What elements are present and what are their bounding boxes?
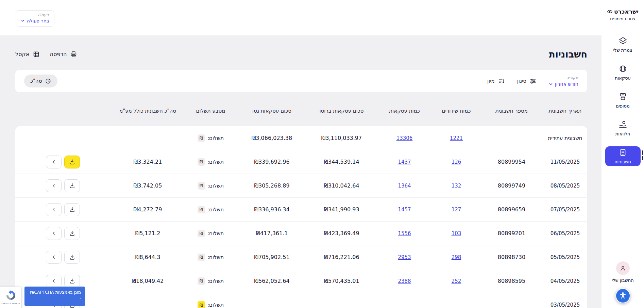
expand-row-button[interactable]	[46, 251, 62, 264]
expand-row-button[interactable]	[46, 156, 62, 168]
printer-icon	[70, 51, 77, 58]
sidebar-item-invoices[interactable]: חשבוניות	[605, 146, 641, 166]
total-incl-vat: ₪3,742.05	[111, 182, 184, 189]
period-value: חודש אחרון	[555, 81, 578, 87]
payment-label: תשלום:	[207, 183, 224, 189]
transmissions-count-link[interactable]: 132	[452, 183, 461, 189]
payment-label: תשלום:	[207, 278, 224, 284]
net-amount: ₪705,902.51	[237, 254, 307, 260]
isracard-logo-icon	[607, 9, 613, 15]
loan-icon	[618, 120, 627, 129]
chevron-left-icon	[51, 230, 57, 237]
invoice-number: 80899659	[480, 206, 543, 213]
payment-currency: תשלום: ₪	[184, 158, 237, 166]
shekel-currency-icon: ₪	[198, 301, 205, 308]
sidebar-item-my-tsameret[interactable]: צמרת שלי	[605, 31, 641, 59]
transactions-count-link[interactable]: 1437	[398, 159, 411, 165]
accessibility-icon	[618, 291, 627, 300]
table-toolbar: תקופה חודש אחרון סינון	[15, 70, 587, 92]
transmissions-count-link[interactable]: 1221	[450, 135, 463, 141]
export-group: הדפסה אקסל	[15, 51, 77, 58]
shekel-currency-icon: ₪	[198, 254, 205, 261]
pie-chart-icon	[45, 78, 51, 84]
invoice-date: חשבונית עתידית	[543, 135, 587, 141]
avatar[interactable]	[616, 261, 630, 275]
filter-label: סינון	[517, 78, 526, 84]
table-row: 07/05/2025 80899659 127 1457 ₪341,990.93…	[15, 198, 587, 222]
accessibility-button[interactable]	[615, 288, 630, 303]
recaptcha-tooltip-line2: -	[29, 296, 81, 302]
gross-amount: ₪310,042.64	[307, 182, 376, 189]
recaptcha-widget: פרטיות • תנאים מוגן באמצעות reCAPTCHA -	[0, 287, 85, 308]
table-row: 06/05/2025 80899201 103 1556 ₪423,369.49…	[15, 222, 587, 245]
download-invoice-button[interactable]	[64, 156, 80, 168]
action-select[interactable]: פעולה בחר פעולה	[16, 10, 54, 27]
transactions-count-link[interactable]: 2953	[398, 254, 411, 260]
transactions-count-link[interactable]: 1556	[398, 230, 411, 237]
sidebar-item-transactions[interactable]: עסקאות	[605, 59, 641, 86]
payment-currency: תשלום: ₪	[184, 206, 237, 213]
transmissions-count-link[interactable]: 252	[452, 278, 461, 284]
transmissions-count-link[interactable]: 127	[452, 207, 461, 213]
payment-label: תשלום:	[207, 254, 224, 260]
recaptcha-links[interactable]: פרטיות • תנאים	[1, 302, 20, 305]
gross-amount: ₪423,369.49	[307, 230, 376, 237]
download-invoice-button[interactable]	[64, 179, 80, 192]
main-area: פעולה בחר פעולה חשבוניות הדפסה	[0, 0, 601, 308]
sort-button[interactable]: מיון	[487, 78, 505, 85]
transactions-count-link[interactable]: 1457	[398, 207, 411, 213]
payment-currency: תשלום: ₪	[184, 182, 237, 190]
table-row: חשבונית עתידית 1221 13306 ₪3,110,033.97 …	[15, 126, 587, 150]
chevron-left-icon	[51, 278, 57, 284]
download-invoice-button[interactable]	[64, 275, 80, 288]
download-invoice-button[interactable]	[64, 227, 80, 240]
excel-button[interactable]: אקסל	[15, 51, 40, 58]
payment-currency: תשלום: ₪	[184, 134, 237, 142]
transmissions-count-link[interactable]: 103	[452, 230, 461, 237]
invoice-date: 08/05/2025	[543, 183, 587, 189]
total-incl-vat: ₪8,644.3	[111, 254, 184, 260]
payment-currency: תשלום: ₪	[184, 277, 237, 285]
sidebar-item-loans[interactable]: הלוואות	[605, 114, 641, 142]
invoice-date: 06/05/2025	[543, 230, 587, 237]
chevron-left-icon	[51, 182, 57, 189]
transmissions-count-link[interactable]: 126	[452, 159, 461, 165]
net-amount: ₪305,268.89	[237, 182, 307, 189]
period-label: תקופה	[549, 76, 578, 80]
expand-row-button[interactable]	[46, 203, 62, 216]
download-icon	[69, 254, 75, 260]
print-button[interactable]: הדפסה	[50, 51, 77, 58]
gross-amount: ₪570,435.01	[307, 278, 376, 284]
payment-label: תשלום:	[207, 135, 224, 141]
terminal-icon	[618, 92, 627, 101]
page-title: חשבוניות	[549, 49, 587, 60]
topbar: פעולה בחר פעולה	[0, 0, 601, 35]
transactions-count-link[interactable]: 13306	[396, 135, 413, 141]
transmissions-count-link[interactable]: 298	[452, 254, 461, 260]
payment-label: תשלום:	[207, 230, 224, 237]
expand-row-button[interactable]	[46, 227, 62, 240]
total-incl-vat: ₪3,324.21	[111, 159, 184, 165]
total-button[interactable]: סה"כ	[24, 75, 57, 87]
filter-button[interactable]: סינון	[517, 78, 537, 85]
action-value: בחר פעולה	[27, 18, 49, 23]
invoice-icon	[618, 148, 627, 157]
sidebar-item-my-account[interactable]: החשבון שלי	[612, 278, 633, 283]
table-row: 11/05/2025 80899954 126 1437 ₪344,539.14…	[15, 150, 587, 174]
invoice-number: 80898730	[480, 254, 543, 260]
column-header: סה"כ חשבונית כולל מע"מ	[111, 108, 184, 114]
sidebar-item-terminals[interactable]: מסופים	[605, 86, 641, 114]
transactions-count-link[interactable]: 1364	[398, 183, 411, 189]
recaptcha-tooltip: מוגן באמצעות reCAPTCHA -	[24, 287, 85, 306]
scroll-indicator[interactable]	[642, 150, 643, 160]
invoice-number: 80898595	[480, 278, 543, 284]
download-invoice-button[interactable]	[64, 203, 80, 216]
period-select[interactable]: תקופה חודש אחרון	[549, 76, 578, 87]
recaptcha-badge[interactable]: פרטיות • תנאים	[0, 287, 21, 308]
table-header: תאריך חשבונית מספר חשבונית כמות שידורים …	[15, 108, 587, 114]
invoices-table: חשבונית עתידית 1221 13306 ₪3,110,033.97 …	[15, 126, 587, 308]
download-invoice-button[interactable]	[64, 251, 80, 264]
transactions-count-link[interactable]: 2388	[398, 278, 411, 284]
expand-row-button[interactable]	[46, 179, 62, 192]
expand-row-button[interactable]	[46, 275, 62, 288]
